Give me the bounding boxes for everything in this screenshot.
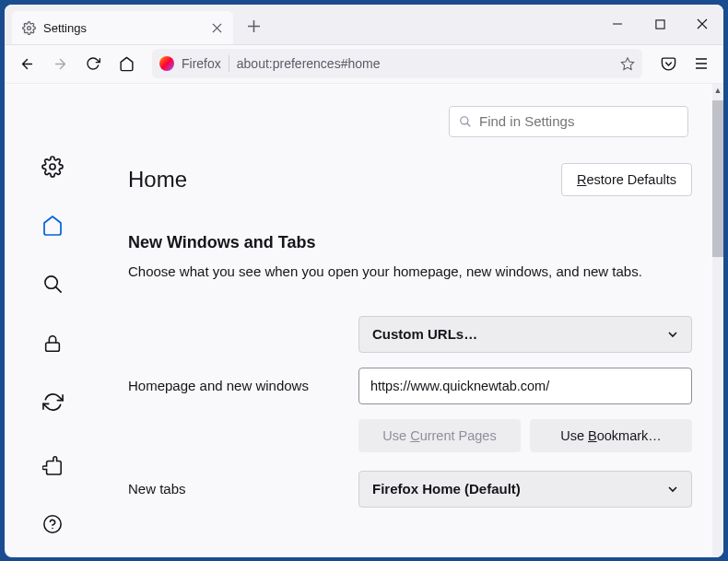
home-button[interactable]: [112, 49, 141, 78]
maximize-button[interactable]: [639, 5, 681, 45]
navigation-toolbar: Firefox about:preferences#home: [5, 45, 723, 84]
sidebar-item-home[interactable]: [38, 211, 67, 240]
scroll-thumb[interactable]: [712, 100, 723, 257]
urlbar-text: about:preferences#home: [237, 56, 613, 71]
homepage-url-input[interactable]: [358, 368, 692, 404]
use-bookmark-button[interactable]: Use Bookmark…: [530, 419, 692, 452]
chevron-down-icon: [667, 329, 678, 340]
scroll-up-icon[interactable]: ▲: [712, 84, 723, 97]
minimize-button[interactable]: [596, 5, 639, 45]
svg-point-3: [50, 164, 55, 169]
section-heading: New Windows and Tabs: [128, 233, 692, 252]
chevron-down-icon: [667, 484, 678, 495]
svg-rect-1: [655, 19, 663, 28]
back-button[interactable]: [12, 49, 41, 78]
sidebar-item-search[interactable]: [38, 270, 67, 299]
app-menu-button[interactable]: [687, 49, 716, 78]
select-value: Firefox Home (Default): [372, 481, 521, 497]
tab-title: Settings: [43, 21, 202, 35]
urlbar-identity: Firefox: [182, 56, 221, 71]
svg-point-0: [27, 26, 30, 29]
window-controls: [596, 5, 723, 45]
svg-point-6: [44, 515, 61, 532]
sidebar-item-extensions[interactable]: [38, 450, 67, 480]
find-in-settings[interactable]: [449, 106, 688, 137]
sidebar-item-help[interactable]: [38, 509, 67, 539]
firefox-window: Settings Firefox about:preferences#home: [5, 5, 723, 557]
firefox-logo-icon: [159, 56, 174, 71]
homepage-mode-select[interactable]: Custom URLs…: [358, 316, 692, 353]
bookmark-star-icon[interactable]: [620, 56, 635, 71]
sidebar-item-sync[interactable]: [38, 388, 67, 417]
search-icon: [459, 115, 472, 128]
select-value: Custom URLs…: [372, 326, 477, 342]
close-icon[interactable]: [209, 20, 224, 35]
settings-main: Home Restore Defaults New Windows and Ta…: [100, 84, 723, 557]
titlebar: Settings: [5, 5, 723, 45]
gear-icon: [21, 20, 36, 35]
forward-button[interactable]: [45, 49, 75, 78]
url-bar[interactable]: Firefox about:preferences#home: [152, 49, 642, 78]
newtabs-select[interactable]: Firefox Home (Default): [358, 471, 692, 508]
svg-marker-2: [621, 57, 633, 69]
browser-tab[interactable]: Settings: [12, 11, 233, 44]
svg-rect-5: [46, 343, 60, 351]
content-area: Home Restore Defaults New Windows and Ta…: [5, 84, 723, 557]
page-title: Home: [128, 167, 187, 193]
close-window-button[interactable]: [681, 5, 723, 45]
section-description: Choose what you see when you open your h…: [128, 262, 692, 281]
use-current-pages-button[interactable]: Use Current Pages: [358, 419, 521, 452]
homepage-label: Homepage and new windows: [128, 378, 340, 393]
restore-defaults-button[interactable]: Restore Defaults: [561, 163, 692, 196]
find-in-settings-input[interactable]: [479, 113, 678, 129]
svg-point-7: [461, 116, 468, 123]
sidebar-item-general[interactable]: [38, 152, 67, 181]
new-tab-button[interactable]: [241, 13, 266, 39]
scrollbar[interactable]: ▲: [712, 84, 723, 557]
newtabs-label: New tabs: [128, 481, 340, 497]
urlbar-separator: [229, 55, 229, 72]
sidebar-item-privacy[interactable]: [38, 329, 67, 358]
pocket-button[interactable]: [653, 49, 683, 78]
settings-sidebar: [5, 84, 100, 557]
reload-button[interactable]: [78, 49, 108, 78]
